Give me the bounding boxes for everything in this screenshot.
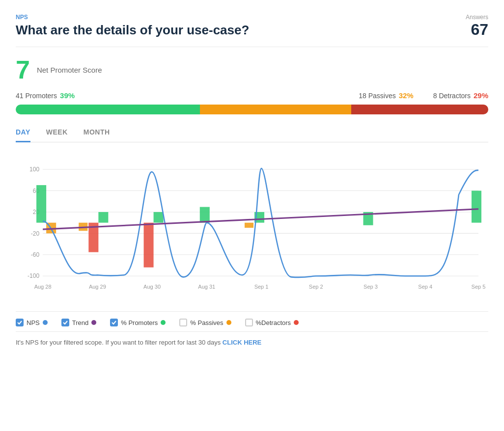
legend-checkbox-detractors[interactable] <box>245 319 253 326</box>
tabs-row: DAY WEEK MONTH <box>16 128 488 142</box>
net-promoter-label: Net Promoter Score <box>37 66 102 74</box>
legend-label-promoters: % Promoters <box>121 319 158 326</box>
legend-promoters[interactable]: % Promoters <box>110 319 166 326</box>
legend-passives[interactable]: % Passives <box>179 319 231 326</box>
legend-label-passives: % Passives <box>190 319 223 326</box>
svg-rect-28 <box>200 207 210 223</box>
legend-detractors[interactable]: %Detractors <box>245 319 299 326</box>
svg-text:-20: -20 <box>31 230 40 237</box>
detractors-bar <box>351 105 488 114</box>
legend-dot-detractors <box>294 320 299 325</box>
promoters-pct: 39% <box>60 91 75 100</box>
tab-day[interactable]: DAY <box>16 128 30 142</box>
tab-month[interactable]: MONTH <box>84 128 110 142</box>
promoters-stat: 41 Promoters 39% <box>16 91 75 100</box>
legend-dot-trend <box>91 320 96 325</box>
svg-text:Aug 29: Aug 29 <box>89 284 106 290</box>
svg-text:Sep 4: Sep 4 <box>418 284 432 290</box>
footer-description: It's NPS for your filtered scope. If you… <box>16 339 223 346</box>
svg-rect-24 <box>98 212 108 223</box>
passives-count: 18 Passives <box>359 92 395 100</box>
legend-dot-passives <box>226 320 231 325</box>
svg-text:Sep 1: Sep 1 <box>254 284 269 290</box>
svg-text:Sep 2: Sep 2 <box>309 284 323 290</box>
passives-bar <box>200 105 351 114</box>
page-title: What are the details of your use-case? <box>16 23 249 38</box>
promoters-count: 41 Promoters <box>16 92 57 100</box>
svg-rect-32 <box>472 190 481 222</box>
promoters-bar <box>16 105 200 114</box>
svg-text:-60: -60 <box>31 251 40 258</box>
legend-checkbox-passives[interactable] <box>179 319 187 326</box>
legend-checkbox-trend[interactable] <box>61 319 69 326</box>
svg-rect-27 <box>154 212 164 223</box>
legend-nps[interactable]: NPS <box>16 319 48 326</box>
svg-text:Sep 5: Sep 5 <box>472 284 486 290</box>
legend-checkbox-nps[interactable] <box>16 319 24 326</box>
svg-rect-21 <box>36 185 46 223</box>
nps-score-value: 7 <box>16 57 30 82</box>
answers-label: Answers <box>466 14 488 21</box>
svg-text:Sep 3: Sep 3 <box>364 284 378 290</box>
footer-link[interactable]: CLICK HERE <box>223 339 261 346</box>
svg-text:Aug 28: Aug 28 <box>34 284 52 290</box>
svg-rect-26 <box>144 223 154 268</box>
legend-trend[interactable]: Trend <box>61 319 96 326</box>
legend-label-detractors: %Detractors <box>256 319 291 326</box>
footer-text: It's NPS for your filtered scope. If you… <box>16 331 488 346</box>
passives-stat: 18 Passives 32% <box>359 91 414 100</box>
svg-text:Aug 31: Aug 31 <box>198 284 215 290</box>
legend-label-trend: Trend <box>72 319 88 326</box>
detractors-pct: 29% <box>474 91 488 100</box>
tab-week[interactable]: WEEK <box>46 128 68 142</box>
header-divider <box>16 47 488 47</box>
progress-bar <box>16 105 488 114</box>
svg-text:100: 100 <box>29 166 39 173</box>
chart-svg: 100 60 20 -20 -60 -100 Aug 28 Aug 29 Aug… <box>16 154 488 301</box>
legend-row: NPS Trend % Promoters % Passives %Detrac… <box>16 311 488 331</box>
legend-checkbox-promoters[interactable] <box>110 319 118 326</box>
svg-text:-100: -100 <box>28 272 39 279</box>
nps-label: NPS <box>16 14 249 21</box>
svg-rect-30 <box>245 223 253 228</box>
legend-dot-nps <box>43 320 48 325</box>
detractors-stat: 8 Detractors 29% <box>433 91 488 100</box>
chart-area: 100 60 20 -20 -60 -100 Aug 28 Aug 29 Aug… <box>16 154 488 301</box>
answers-count: 67 <box>466 21 488 39</box>
legend-label-nps: NPS <box>27 319 40 326</box>
detractors-count: 8 Detractors <box>433 92 471 100</box>
legend-dot-promoters <box>161 320 166 325</box>
passives-pct: 32% <box>399 91 414 100</box>
svg-text:Aug 30: Aug 30 <box>143 284 161 290</box>
